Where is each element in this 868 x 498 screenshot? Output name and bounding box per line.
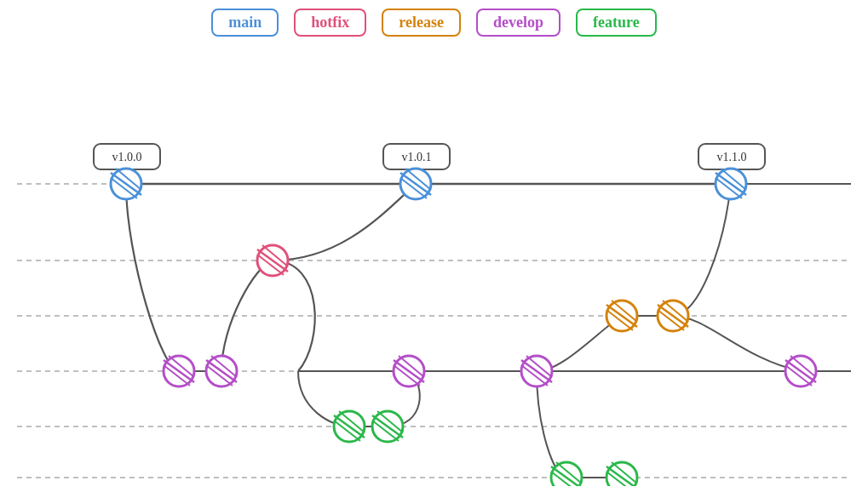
legend-release: release xyxy=(382,9,461,37)
legend-feature: feature xyxy=(576,9,657,37)
svg-text:v1.0.0: v1.0.0 xyxy=(112,151,142,163)
svg-text:v1.1.0: v1.1.0 xyxy=(717,151,747,163)
svg-text:v1.0.1: v1.0.1 xyxy=(402,151,432,163)
legend-main: main xyxy=(211,9,279,37)
git-diagram: v1.0.0 v1.0.1 v1.1.0 xyxy=(0,43,868,486)
legend-develop: develop xyxy=(476,9,560,37)
legend: main hotfix release develop feature xyxy=(0,0,868,43)
legend-hotfix: hotfix xyxy=(294,9,366,37)
